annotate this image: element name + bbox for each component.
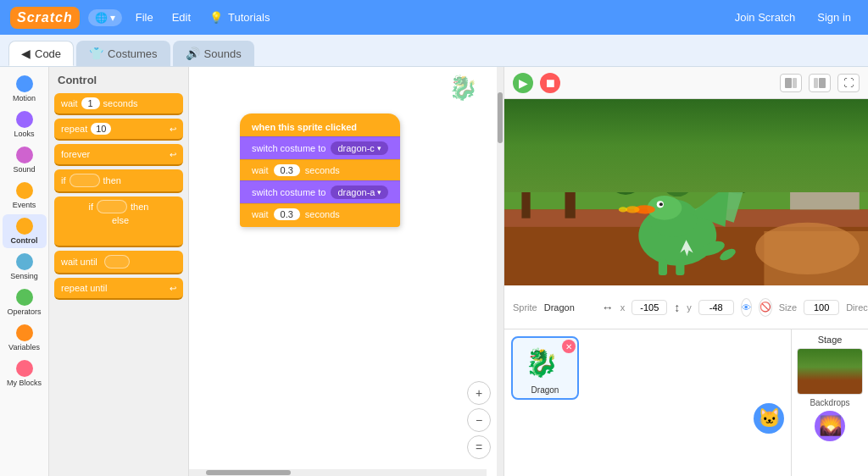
sidebar-item-myblocks[interactable]: My Blocks [3, 357, 47, 390]
x-input[interactable] [632, 300, 667, 315]
add-sprite-button[interactable]: 🐱 [754, 403, 784, 434]
tab-code[interactable]: ◀ Code [8, 41, 74, 66]
sidebar-item-events[interactable]: Events [3, 179, 47, 213]
zoom-reset-button[interactable]: = [467, 435, 491, 459]
svg-point-20 [601, 129, 649, 195]
zoom-out-button[interactable]: − [467, 408, 491, 432]
block-wait[interactable]: wait 1 seconds [54, 93, 183, 115]
block-if-else[interactable]: if then else [54, 196, 183, 247]
sidebar-item-motion[interactable]: Motion [3, 72, 47, 106]
block-repeat[interactable]: repeat 10 ↩ [54, 119, 183, 141]
tab-costumes[interactable]: 👕 Costumes [76, 41, 170, 66]
sidebar-item-control[interactable]: Control [3, 214, 47, 248]
svg-point-19 [540, 110, 601, 188]
looks-label: Looks [14, 130, 34, 138]
show-button[interactable]: 👁 [741, 298, 752, 317]
svg-point-18 [504, 123, 552, 192]
svg-rect-13 [833, 110, 849, 149]
language-selector[interactable]: 🌐 ▾ [88, 9, 122, 26]
events-dot [16, 182, 33, 199]
main-content: Motion Looks Sound Events Control Sensin… [0, 67, 868, 476]
script-group-1[interactable]: when this sprite clicked switch costume … [240, 113, 400, 227]
sidebar-item-sensing[interactable]: Sensing [3, 250, 47, 284]
stage-background [504, 99, 868, 285]
stage-panel-label: Stage [818, 335, 843, 345]
hide-button[interactable]: 🚫 [759, 298, 772, 317]
svg-rect-11 [790, 123, 860, 209]
stage-canvas [504, 99, 868, 285]
block-repeat-until[interactable]: repeat until ↩ [54, 278, 183, 300]
scratch-logo[interactable]: Scratch [10, 7, 80, 29]
sidebar-item-looks[interactable]: Looks [3, 108, 47, 141]
wait-value-1[interactable]: 0.3 [274, 164, 300, 176]
costume-dropdown-1[interactable]: dragon-c ▾ [331, 141, 387, 155]
stage-scene [504, 99, 868, 285]
code-icon: ◀ [21, 47, 31, 60]
block-wait-1[interactable]: wait 0.3 seconds [240, 159, 400, 180]
sprites-panel: ✕ 🐉 Dragon 🐱 Stage Backdrops 🌄 [504, 329, 868, 476]
block-switch-costume-1[interactable]: switch costume to dragon-c ▾ [240, 136, 400, 159]
svg-rect-3 [819, 78, 826, 88]
svg-rect-10 [764, 231, 868, 285]
sensing-label: Sensing [10, 272, 38, 280]
layout-small-button[interactable] [780, 74, 802, 92]
tab-sounds[interactable]: 🔊 Sounds [173, 41, 254, 66]
block-wait-until[interactable]: wait until [54, 251, 183, 274]
sprite-delete-button[interactable]: ✕ [562, 340, 576, 353]
svg-rect-2 [814, 78, 818, 88]
stage-thumbnail[interactable] [797, 348, 863, 395]
block-forever[interactable]: forever ↩ [54, 144, 183, 166]
size-input[interactable] [804, 300, 839, 315]
block-if[interactable]: if then [54, 169, 183, 193]
layout-large-button[interactable] [809, 74, 831, 92]
svg-rect-1 [793, 78, 797, 88]
sign-in-button[interactable]: Sign in [810, 8, 858, 27]
sounds-icon: 🔊 [186, 47, 200, 60]
stage-panel: Stage Backdrops 🌄 [792, 329, 868, 476]
stop-button[interactable]: ⏹ [540, 73, 560, 93]
svg-rect-16 [521, 175, 530, 219]
myblocks-label: My Blocks [7, 379, 42, 387]
costumes-icon: 👕 [89, 47, 103, 60]
block-wait-2[interactable]: wait 0.3 seconds [240, 203, 400, 227]
operators-label: Operators [7, 307, 41, 316]
join-scratch-button[interactable]: Join Scratch [728, 8, 803, 27]
costume-dropdown-2[interactable]: dragon-a ▾ [331, 185, 388, 199]
horizontal-scrollbar[interactable] [189, 469, 487, 476]
zoom-in-button[interactable]: + [467, 381, 491, 405]
sprite-item-dragon[interactable]: ✕ 🐉 Dragon [511, 336, 579, 400]
motion-label: Motion [13, 94, 36, 102]
hat-block[interactable]: when this sprite clicked [240, 113, 400, 136]
svg-rect-14 [798, 106, 809, 123]
nav-edit[interactable]: Edit [167, 8, 196, 27]
svg-rect-0 [785, 78, 792, 88]
svg-point-34 [619, 207, 627, 212]
layout-large-icon [814, 78, 826, 88]
sidebar-item-operators[interactable]: Operators [3, 285, 47, 319]
x-label: x [620, 302, 626, 313]
svg-point-27 [659, 202, 663, 206]
green-flag-button[interactable]: ▶ [513, 73, 533, 93]
script-area: 🐉 when this sprite clicked switch costum… [189, 67, 504, 476]
block-switch-costume-2[interactable]: switch costume to dragon-a ▾ [240, 180, 400, 203]
sprite-label: Sprite [513, 302, 537, 313]
size-label: Size [779, 302, 797, 313]
events-label: Events [13, 201, 36, 209]
stage-controls: ▶ ⏹ ⛶ [504, 67, 868, 99]
wait-value-2[interactable]: 0.3 [274, 208, 300, 220]
svg-point-21 [656, 136, 699, 197]
y-input[interactable] [698, 300, 734, 315]
sidebar-item-sound[interactable]: Sound [3, 143, 47, 177]
vertical-scrollbar[interactable] [497, 67, 504, 476]
svg-rect-17 [565, 166, 576, 218]
zoom-controls: + − = [467, 381, 491, 459]
add-backdrop-button[interactable]: 🌄 [815, 411, 845, 441]
nav-file[interactable]: File [131, 8, 159, 27]
nav-tutorials[interactable]: 💡 Tutorials [204, 8, 275, 27]
stage-area: ▶ ⏹ ⛶ [504, 67, 868, 476]
fullscreen-button[interactable]: ⛶ [837, 74, 860, 92]
layout-small-icon [785, 78, 797, 88]
variables-dot [16, 324, 33, 341]
sidebar-item-variables[interactable]: Variables [3, 321, 47, 355]
palette-title: Control [54, 74, 183, 86]
